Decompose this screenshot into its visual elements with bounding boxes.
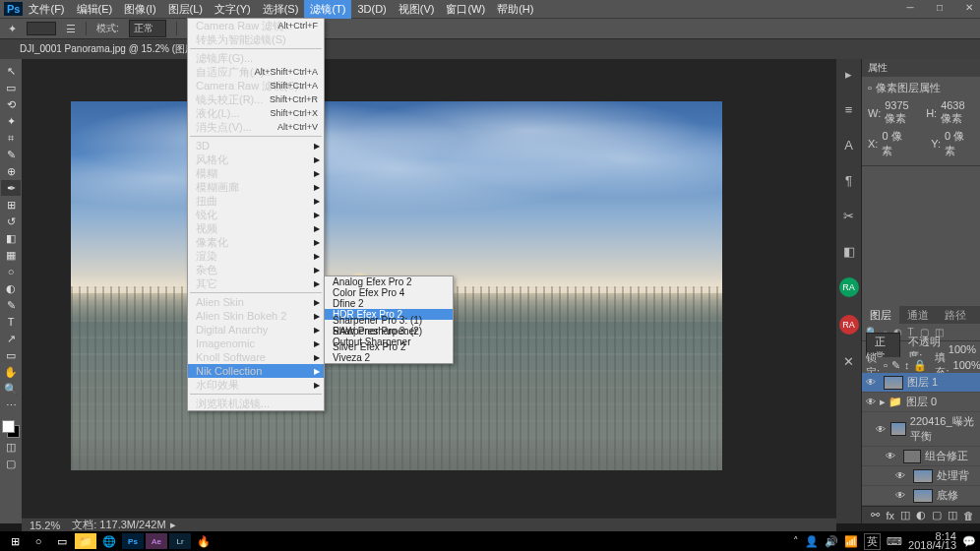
brush-panel-icon[interactable]: ✂ [840, 207, 858, 224]
menu-item[interactable]: Knoll Software▶ [188, 350, 324, 364]
minimize-button[interactable]: ─ [903, 2, 917, 13]
layer-row[interactable]: 👁组合修正 [862, 447, 980, 466]
menu-view[interactable]: 视图(V) [393, 0, 441, 19]
nik-red-icon[interactable]: RA [839, 315, 859, 335]
lock-all-icon[interactable]: 🔒 [913, 359, 927, 372]
submenu-item[interactable]: Viveza 2 [325, 352, 453, 363]
tab-paths[interactable]: 路径 [937, 306, 974, 324]
dodge-tool[interactable]: ◐ [1, 280, 21, 296]
menu-item[interactable]: 镜头校正(R)...Shift+Ctrl+R [188, 92, 324, 106]
layer-row[interactable]: 👁底修 [862, 486, 980, 506]
menu-item[interactable]: 水印效果▶ [188, 378, 324, 392]
color-swatch[interactable] [2, 420, 20, 438]
more-tools[interactable]: ⋯ [1, 398, 21, 413]
cortana-icon[interactable]: ○ [28, 533, 49, 549]
menu-item[interactable]: 消失点(V)...Alt+Ctrl+V [188, 120, 324, 134]
layer-row[interactable]: 👁处理背 [862, 466, 980, 486]
menu-layer[interactable]: 图层(L) [162, 0, 209, 19]
gradient-tool[interactable]: ▦ [1, 247, 21, 263]
lasso-tool[interactable]: ⟲ [1, 96, 21, 112]
tray-ime[interactable]: 英 [864, 533, 881, 550]
para-icon[interactable]: ¶ [840, 171, 858, 189]
layer-row[interactable]: 👁图层 1 [862, 373, 980, 393]
maximize-button[interactable]: □ [933, 2, 947, 13]
menu-item[interactable]: Imagenomic▶ [188, 337, 324, 350]
lock-pos-icon[interactable]: ↕ [904, 359, 910, 371]
wand-tool[interactable]: ✦ [1, 113, 21, 129]
menu-item[interactable]: 风格化▶ [188, 153, 324, 166]
status-arrow[interactable]: ▸ [170, 519, 176, 531]
submenu-item[interactable]: Analog Efex Pro 2 [325, 276, 453, 287]
filter-menu-dropdown[interactable]: Camera Raw 滤镜...Alt+Ctrl+F转换为智能滤镜(S)滤镜库(… [187, 18, 325, 411]
menu-help[interactable]: 帮助(H) [491, 0, 539, 19]
tray-wifi-icon[interactable]: 📶 [844, 535, 858, 548]
menu-item[interactable]: 扭曲▶ [188, 194, 324, 208]
heal-tool[interactable]: ⊕ [1, 163, 21, 179]
brush-tool[interactable]: ✒ [1, 180, 21, 196]
menu-item[interactable]: 液化(L)...Shift+Ctrl+X [188, 106, 324, 120]
start-button[interactable]: ⊞ [4, 533, 26, 549]
lock-pixel-icon[interactable]: ✎ [891, 359, 900, 372]
menu-item[interactable]: 自适应广角(A)...Alt+Shift+Ctrl+A [188, 65, 324, 79]
menu-item[interactable]: Alien Skin▶ [188, 295, 324, 309]
menu-type[interactable]: 文字(Y) [209, 0, 257, 19]
link-icon[interactable]: ⚯ [871, 509, 880, 521]
tray-net-icon[interactable]: 🔊 [825, 535, 838, 548]
tray-people-icon[interactable]: 👤 [805, 535, 819, 548]
menu-item[interactable]: 模糊画廊▶ [188, 180, 324, 194]
menu-item[interactable]: Digital Anarchy▶ [188, 323, 324, 337]
quickmask-tool[interactable]: ◫ [1, 439, 21, 455]
tray-notif-icon[interactable]: 💬 [962, 535, 976, 548]
new-icon[interactable]: ◫ [948, 509, 957, 521]
nik-submenu[interactable]: Analog Efex Pro 2Color Efex Pro 4Dfine 2… [324, 276, 454, 364]
opacity-value[interactable]: 100% [949, 343, 976, 355]
lock-trans-icon[interactable]: ▫ [884, 359, 888, 371]
eraser-tool[interactable]: ◧ [1, 230, 21, 246]
hand-tool[interactable]: ✋ [1, 364, 21, 380]
layer-row[interactable]: 👁▸ 📁图层 0 [862, 393, 980, 412]
explorer-icon[interactable]: 📁 [75, 533, 96, 549]
adj-icon[interactable]: ◐ [916, 509, 926, 521]
trash-icon[interactable]: 🗑 [963, 510, 974, 521]
shape-tool[interactable]: ▭ [1, 347, 21, 363]
menu-item[interactable]: 浏览联机滤镜... [188, 397, 324, 410]
char-icon[interactable]: A [840, 136, 858, 153]
menu-edit[interactable]: 编辑(E) [71, 0, 119, 19]
menu-item[interactable]: Camera Raw 滤镜...Alt+Ctrl+F [188, 19, 324, 32]
close-button[interactable]: ✕ [962, 2, 976, 13]
menu-select[interactable]: 选择(S) [257, 0, 305, 19]
path-tool[interactable]: ↗ [1, 331, 21, 346]
properties-tab[interactable]: 属性 [862, 59, 980, 77]
type-tool[interactable]: T [1, 314, 21, 330]
blur-tool[interactable]: ○ [1, 264, 21, 279]
lr-icon[interactable]: Lr [169, 533, 191, 549]
menu-item[interactable]: Nik Collection▶ [188, 364, 324, 378]
stamp-tool[interactable]: ⊞ [1, 197, 21, 213]
brush-thumb[interactable] [27, 22, 56, 35]
menu-item[interactable]: 锐化▶ [188, 208, 324, 221]
menu-item[interactable]: 转换为智能滤镜(S) [188, 32, 324, 46]
menu-item[interactable]: Camera Raw 滤镜(C)...Shift+Ctrl+A [188, 79, 324, 92]
tray-up-icon[interactable]: ˄ [793, 535, 799, 548]
actions-icon[interactable]: ≡ [840, 100, 858, 118]
fx-icon[interactable]: fx [886, 510, 894, 521]
menu-3d[interactable]: 3D(D) [351, 1, 392, 17]
menu-item[interactable]: 模糊▶ [188, 166, 324, 180]
zoom-tool[interactable]: 🔍 [1, 381, 21, 397]
menu-window[interactable]: 窗口(W) [440, 0, 491, 19]
submenu-item[interactable]: Color Efex Pro 4 [325, 287, 453, 298]
taskview-icon[interactable]: ▭ [51, 533, 73, 549]
menu-item[interactable]: 其它▶ [188, 276, 324, 290]
ps-logo[interactable]: Ps [4, 2, 23, 16]
tab-channels[interactable]: 通道 [899, 306, 937, 324]
menu-file[interactable]: 文件(F) [23, 0, 70, 19]
menu-image[interactable]: 图像(I) [118, 0, 161, 19]
move-tool[interactable]: ↖ [1, 63, 21, 79]
ps-taskbar-icon[interactable]: Ps [122, 533, 144, 549]
layer-row[interactable]: 👁220416_曝光平衡 [862, 412, 980, 447]
blend-mode-select[interactable]: 正常 [129, 20, 166, 37]
crop-tool[interactable]: ⌗ [1, 130, 21, 146]
screenmode-tool[interactable]: ▢ [1, 456, 21, 471]
pen-tool[interactable]: ✎ [1, 297, 21, 313]
swatches-icon[interactable]: ◧ [840, 242, 858, 260]
